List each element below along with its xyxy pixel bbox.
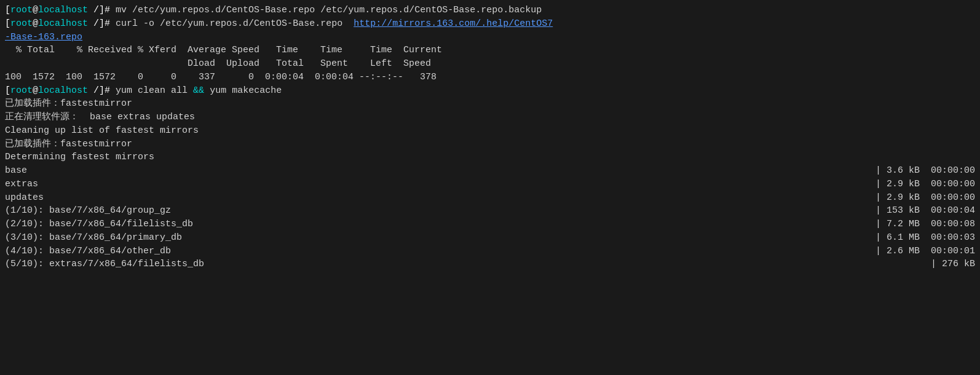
prompt-at-2: @	[33, 18, 38, 29]
repo-file-4: (4/10): base/7/x86_64/other_db| 2.6 MB 0…	[5, 245, 975, 258]
output-determining-mirrors: Determining fastest mirrors	[5, 151, 975, 164]
curl-header-1: % Total % Received % Xferd Average Speed…	[5, 44, 975, 57]
repo-file-name-5: (5/10): extras/7/x86_64/filelists_db	[5, 258, 204, 271]
output-loaded-plugin-1: 已加载插件：fastestmirror	[5, 97, 975, 111]
url-link[interactable]: http://mirrors.163.com/.help/CentOS7	[354, 18, 553, 29]
prompt-bracket-1: [	[5, 5, 10, 15]
and-operator: &&	[193, 85, 204, 96]
repo-file-name-4: (4/10): base/7/x86_64/other_db	[5, 245, 171, 258]
repo-base: base| 3.6 kB 00:00:00	[5, 164, 975, 178]
terminal-line-1: [root@localhost /]# mv /etc/yum.repos.d/…	[5, 4, 975, 17]
prompt-bracket-2: [	[5, 18, 10, 29]
prompt-root-6: root	[10, 85, 33, 96]
repo-updates: updates| 2.9 kB 00:00:00	[5, 191, 975, 205]
output-cleaning-repos: 正在清理软件源： base extras updates	[5, 111, 975, 124]
repo-file-name-2: (2/10): base/7/x86_64/filelists_db	[5, 218, 193, 231]
repo-file-stats-4: | 2.6 MB 00:00:01	[875, 245, 975, 258]
prompt-path-1: /]#	[88, 5, 116, 15]
prompt-root-1: root	[10, 5, 33, 15]
prompt-at-1: @	[33, 5, 38, 15]
repo-stats-extras: | 2.9 kB 00:00:00	[875, 178, 975, 191]
prompt-root-2: root	[10, 18, 33, 29]
url-link-continued[interactable]: -Base-163.repo	[5, 32, 82, 42]
repo-file-stats-2: | 7.2 MB 00:00:08	[875, 218, 975, 231]
command-text-6a: yum clean all	[116, 85, 193, 96]
repo-file-stats-5: | 276 kB	[931, 258, 975, 271]
command-text-1: mv /etc/yum.repos.d/CentOS-Base.repo /et…	[116, 5, 542, 15]
prompt-path-2: /]#	[88, 18, 116, 29]
repo-name-extras: extras	[5, 178, 38, 191]
repo-name-updates: updates	[5, 191, 44, 205]
output-loaded-plugin-2: 已加载插件：fastestmirror	[5, 138, 975, 151]
curl-header-2: Dload Upload Total Spent Left Speed	[5, 57, 975, 71]
terminal-line-2b: -Base-163.repo	[5, 31, 975, 44]
repo-file-5: (5/10): extras/7/x86_64/filelists_db| 27…	[5, 258, 975, 271]
prompt-path-6: /]#	[88, 85, 116, 96]
prompt-host-2: localhost	[38, 18, 88, 29]
command-text-6b: yum makecache	[204, 85, 282, 96]
repo-file-name-1: (1/10): base/7/x86_64/group_gz	[5, 204, 171, 218]
prompt-at-6: @	[33, 85, 38, 96]
repo-file-stats-3: | 6.1 MB 00:00:03	[875, 231, 975, 245]
output-cleaning-mirrors: Cleaning up list of fastest mirrors	[5, 124, 975, 138]
prompt-host-6: localhost	[38, 85, 88, 96]
curl-data: 100 1572 100 1572 0 0 337 0 0:00:04 0:00…	[5, 71, 975, 84]
terminal-line-2: [root@localhost /]# curl -o /etc/yum.rep…	[5, 17, 975, 31]
repo-extras: extras| 2.9 kB 00:00:00	[5, 178, 975, 191]
prompt-bracket-6: [	[5, 85, 10, 96]
prompt-host-1: localhost	[38, 5, 88, 15]
command-text-2a: curl -o /etc/yum.repos.d/CentOS-Base.rep…	[116, 18, 354, 29]
repo-file-3: (3/10): base/7/x86_64/primary_db| 6.1 MB…	[5, 231, 975, 245]
repo-file-name-3: (3/10): base/7/x86_64/primary_db	[5, 231, 182, 245]
terminal-line-6: [root@localhost /]# yum clean all && yum…	[5, 84, 975, 98]
repo-name-base: base	[5, 164, 27, 178]
terminal-window: [root@localhost /]# mv /etc/yum.repos.d/…	[0, 0, 980, 375]
repo-stats-base: | 3.6 kB 00:00:00	[875, 164, 975, 178]
repo-file-stats-1: | 153 kB 00:00:04	[875, 204, 975, 218]
repo-stats-updates: | 2.9 kB 00:00:00	[875, 191, 975, 205]
repo-file-1: (1/10): base/7/x86_64/group_gz| 153 kB 0…	[5, 204, 975, 218]
repo-file-2: (2/10): base/7/x86_64/filelists_db| 7.2 …	[5, 218, 975, 231]
